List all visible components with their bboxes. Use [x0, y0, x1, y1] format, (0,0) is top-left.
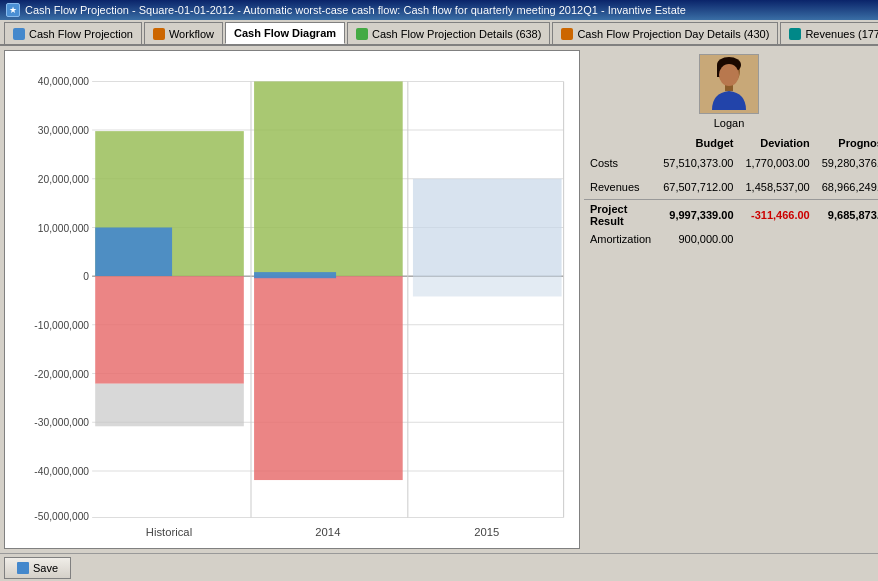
- save-label: Save: [33, 562, 58, 574]
- svg-text:-30,000,000: -30,000,000: [34, 417, 89, 428]
- svg-rect-27: [254, 276, 403, 480]
- svg-text:20,000,000: 20,000,000: [38, 174, 90, 185]
- row-amort-budget: 900,000.00: [657, 230, 739, 248]
- tab-cashflow[interactable]: Cash Flow Projection: [4, 22, 142, 44]
- svg-rect-30: [413, 276, 562, 296]
- svg-rect-24: [95, 276, 244, 384]
- table-row: Project Result 9,997,339.00 -311,466.00 …: [584, 200, 878, 231]
- svg-text:Historical: Historical: [146, 526, 192, 538]
- row-costs-budget: 57,510,373.00: [657, 151, 739, 175]
- svg-rect-26: [254, 81, 403, 276]
- bottom-bar: Save: [0, 553, 878, 581]
- svg-text:2015: 2015: [474, 526, 499, 538]
- row-amort-deviation: [740, 230, 816, 248]
- tab-workflow[interactable]: Workflow: [144, 22, 223, 44]
- title-text: Cash Flow Projection - Square-01-01-2012…: [25, 4, 686, 16]
- svg-text:0: 0: [83, 271, 89, 282]
- chart-area: 40,000,000 30,000,000 20,000,000 10,000,…: [4, 50, 580, 549]
- tab-cashflow-icon: [13, 28, 25, 40]
- person-name: Logan: [714, 117, 745, 129]
- row-revenues-label: Revenues: [584, 175, 657, 200]
- tab-daydetails430-label: Cash Flow Projection Day Details (430): [577, 28, 769, 40]
- row-costs-prognosis: 59,280,376.00: [816, 151, 878, 175]
- tab-diagram-label: Cash Flow Diagram: [234, 27, 336, 39]
- tab-cashflow-label: Cash Flow Projection: [29, 28, 133, 40]
- svg-rect-28: [254, 272, 336, 278]
- row-revenues-budget: 67,507,712.00: [657, 175, 739, 200]
- tab-details638[interactable]: Cash Flow Projection Details (638): [347, 22, 550, 44]
- main-content: 40,000,000 30,000,000 20,000,000 10,000,…: [0, 46, 878, 553]
- svg-rect-23: [95, 227, 172, 276]
- tab-daydetails430[interactable]: Cash Flow Projection Day Details (430): [552, 22, 778, 44]
- tab-revenues177-icon: [789, 28, 801, 40]
- row-result-deviation: -311,466.00: [740, 200, 816, 231]
- row-revenues-deviation: 1,458,537,00: [740, 175, 816, 200]
- col-budget-header: Budget: [657, 135, 739, 151]
- row-costs-label: Costs: [584, 151, 657, 175]
- chart-svg: 40,000,000 30,000,000 20,000,000 10,000,…: [5, 51, 579, 548]
- tab-revenues177-label: Revenues (177): [805, 28, 878, 40]
- svg-point-42: [719, 64, 739, 86]
- svg-rect-25: [95, 384, 244, 427]
- col-label-header: [584, 135, 657, 151]
- svg-text:-20,000,000: -20,000,000: [34, 369, 89, 380]
- tab-bar: Cash Flow Projection Workflow Cash Flow …: [0, 20, 878, 46]
- table-row: Costs 57,510,373.00 1,770,003.00 59,280,…: [584, 151, 878, 175]
- svg-text:-10,000,000: -10,000,000: [34, 320, 89, 331]
- avatar: [699, 54, 759, 114]
- tab-workflow-label: Workflow: [169, 28, 214, 40]
- col-prognosis-header: Prognosis: [816, 135, 878, 151]
- save-icon: [17, 562, 29, 574]
- svg-text:10,000,000: 10,000,000: [38, 223, 90, 234]
- svg-text:2014: 2014: [315, 526, 340, 538]
- tab-daydetails430-icon: [561, 28, 573, 40]
- tab-workflow-icon: [153, 28, 165, 40]
- svg-text:40,000,000: 40,000,000: [38, 77, 90, 88]
- app-icon: ★: [6, 3, 20, 17]
- tab-details638-icon: [356, 28, 368, 40]
- stats-table: Budget Deviation Prognosis Costs 57,510,…: [584, 135, 878, 248]
- row-costs-deviation: 1,770,003.00: [740, 151, 816, 175]
- table-row: Revenues 67,507,712.00 1,458,537,00 68,9…: [584, 175, 878, 200]
- row-revenues-prognosis: 68,966,249.00: [816, 175, 878, 200]
- tab-diagram[interactable]: Cash Flow Diagram: [225, 22, 345, 44]
- row-amort-prognosis: [816, 230, 878, 248]
- svg-rect-29: [413, 179, 562, 276]
- table-row: Amortization 900,000.00: [584, 230, 878, 248]
- title-bar: ★ Cash Flow Projection - Square-01-01-20…: [0, 0, 878, 20]
- row-result-budget: 9,997,339.00: [657, 200, 739, 231]
- tab-revenues177[interactable]: Revenues (177): [780, 22, 878, 44]
- col-deviation-header: Deviation: [740, 135, 816, 151]
- row-result-label: Project Result: [584, 200, 657, 231]
- save-button[interactable]: Save: [4, 557, 71, 579]
- row-amort-label: Amortization: [584, 230, 657, 248]
- row-result-prognosis: 9,685,873.00: [816, 200, 878, 231]
- svg-text:30,000,000: 30,000,000: [38, 125, 90, 136]
- avatar-section: Logan: [584, 50, 874, 135]
- svg-text:-50,000,000: -50,000,000: [34, 511, 89, 522]
- svg-text:-40,000,000: -40,000,000: [34, 466, 89, 477]
- right-panel: Logan Budget Deviation Prognosis Costs 5…: [584, 50, 874, 549]
- tab-details638-label: Cash Flow Projection Details (638): [372, 28, 541, 40]
